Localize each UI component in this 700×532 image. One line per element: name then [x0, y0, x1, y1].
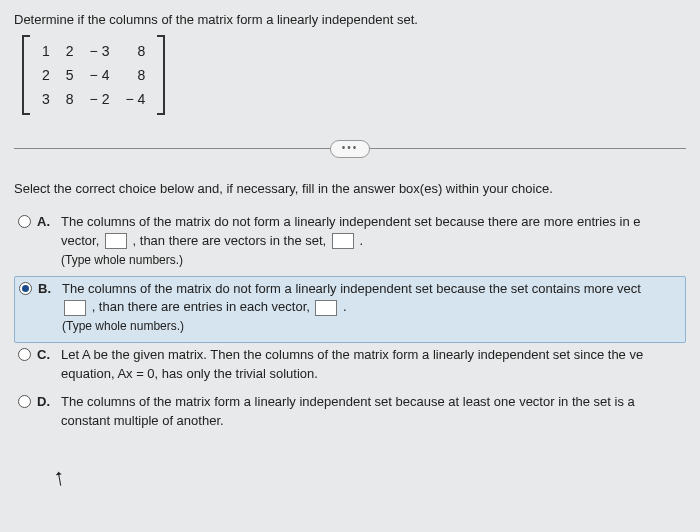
- matrix-cell: − 3: [82, 39, 118, 63]
- matrix-cell: 1: [34, 39, 58, 63]
- radio-a[interactable]: [18, 215, 31, 228]
- choice-text: The columns of the matrix do not form a …: [61, 213, 641, 270]
- choice-text: The columns of the matrix form a linearl…: [61, 393, 682, 431]
- answer-blank-b1[interactable]: [64, 300, 86, 316]
- matrix-cell: − 4: [117, 87, 153, 111]
- choice-c[interactable]: C. Let A be the given matrix. Then the c…: [14, 343, 686, 390]
- matrix-cell: 8: [58, 87, 82, 111]
- matrix-left-bracket: [22, 35, 30, 115]
- matrix-cell: − 4: [82, 63, 118, 87]
- matrix-cell: 2: [58, 39, 82, 63]
- choice-b-seg3: .: [343, 299, 347, 314]
- choice-b-seg2: , than there are entries in each vector,: [92, 299, 314, 314]
- matrix-row: 3 8 − 2 − 4: [34, 87, 153, 111]
- choice-a-seg2: , than there are vectors in the set,: [133, 233, 330, 248]
- choice-text: The columns of the matrix do not form a …: [62, 280, 641, 337]
- matrix-row: 1 2 − 3 8: [34, 39, 153, 63]
- matrix-cell: 3: [34, 87, 58, 111]
- matrix: 1 2 − 3 8 2 5 − 4 8 3 8 − 2 − 4: [22, 35, 165, 115]
- matrix-cell: 8: [117, 63, 153, 87]
- matrix-body: 1 2 − 3 8 2 5 − 4 8 3 8 − 2 − 4: [34, 39, 153, 111]
- choice-a-hint: (Type whole numbers.): [61, 253, 183, 267]
- choice-b-hint: (Type whole numbers.): [62, 319, 184, 333]
- answer-blank-a2[interactable]: [332, 233, 354, 249]
- choice-b[interactable]: B. The columns of the matrix do not form…: [14, 276, 686, 344]
- choice-text: Let A be the given matrix. Then the colu…: [61, 346, 682, 384]
- choice-letter: C.: [37, 347, 55, 362]
- matrix-right-bracket: [157, 35, 165, 115]
- cursor-icon: ⭡: [51, 469, 70, 490]
- expand-dots-button[interactable]: •••: [330, 140, 370, 158]
- choice-letter: A.: [37, 214, 55, 229]
- radio-c[interactable]: [18, 348, 31, 361]
- choice-d[interactable]: D. The columns of the matrix form a line…: [14, 390, 686, 437]
- matrix-row: 2 5 − 4 8: [34, 63, 153, 87]
- matrix-cell: 5: [58, 63, 82, 87]
- matrix-cell: 2: [34, 63, 58, 87]
- choice-letter: D.: [37, 394, 55, 409]
- matrix-cell: 8: [117, 39, 153, 63]
- choice-b-line1: The columns of the matrix do not form a …: [62, 281, 641, 296]
- choice-a-seg1: vector,: [61, 233, 103, 248]
- matrix-cell: − 2: [82, 87, 118, 111]
- choice-a[interactable]: A. The columns of the matrix do not form…: [14, 210, 686, 276]
- radio-b[interactable]: [19, 282, 32, 295]
- answer-blank-a1[interactable]: [105, 233, 127, 249]
- choice-letter: B.: [38, 281, 56, 296]
- choice-a-seg3: .: [359, 233, 363, 248]
- question-prompt: Determine if the columns of the matrix f…: [14, 12, 686, 27]
- answer-blank-b2[interactable]: [315, 300, 337, 316]
- radio-d[interactable]: [18, 395, 31, 408]
- instruction-text: Select the correct choice below and, if …: [14, 181, 686, 196]
- choice-a-line1: The columns of the matrix do not form a …: [61, 214, 641, 229]
